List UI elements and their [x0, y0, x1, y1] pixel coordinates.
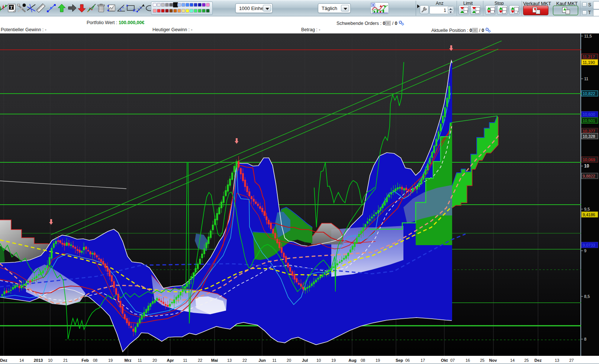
svg-text:10,377: 10,377 [583, 129, 595, 133]
svg-text:13: 13 [555, 358, 559, 363]
svg-text:19: 19 [108, 358, 113, 363]
svg-text:Sep: Sep [396, 358, 403, 363]
svg-text:19: 19 [331, 358, 336, 363]
svg-text:10: 10 [48, 358, 52, 363]
svg-text:9: 9 [584, 248, 586, 253]
svg-text:8,5: 8,5 [584, 294, 590, 299]
svg-text:Okt: Okt [441, 358, 448, 363]
svg-text:11,190: 11,190 [583, 60, 595, 65]
svg-text:11,5: 11,5 [584, 34, 592, 38]
svg-text:13: 13 [227, 358, 232, 363]
svg-text:17: 17 [421, 358, 425, 363]
svg-text:11,217: 11,217 [583, 55, 595, 59]
svg-text:11: 11 [584, 77, 588, 81]
svg-text:α: α [122, 5, 124, 9]
svg-text:10,822: 10,822 [583, 91, 595, 96]
svg-text:08: 08 [93, 358, 97, 363]
svg-text:08: 08 [361, 358, 365, 363]
svg-text:20: 20 [152, 358, 157, 363]
svg-text:9,8822: 9,8822 [583, 174, 595, 178]
svg-text:2013: 2013 [34, 358, 43, 363]
svg-text:Nov: Nov [489, 358, 497, 363]
svg-text:25: 25 [480, 358, 484, 363]
svg-text:11: 11 [138, 358, 142, 363]
svg-text:10,600: 10,600 [583, 112, 595, 117]
svg-text:22: 22 [242, 358, 247, 363]
svg-text:9,4186: 9,4186 [583, 212, 595, 217]
svg-text:21: 21 [63, 358, 68, 363]
svg-text:8: 8 [584, 337, 586, 341]
svg-text:11: 11 [183, 358, 187, 363]
svg-text:11: 11 [272, 358, 276, 363]
svg-text:16: 16 [466, 358, 470, 363]
svg-text:Mai: Mai [211, 358, 218, 363]
svg-text:10: 10 [584, 163, 589, 169]
svg-text:Feb: Feb [81, 358, 89, 363]
svg-text:10,328: 10,328 [583, 134, 595, 139]
svg-text:07: 07 [450, 358, 455, 363]
svg-text:27: 27 [569, 358, 574, 363]
svg-text:9,5: 9,5 [584, 207, 590, 211]
svg-text:Dez: Dez [534, 358, 542, 363]
svg-text:Aug: Aug [348, 358, 356, 363]
svg-text:Jun: Jun [258, 358, 266, 363]
svg-text:10,501: 10,501 [583, 118, 595, 123]
svg-text:22: 22 [198, 358, 202, 363]
svg-text:T: T [10, 5, 13, 10]
svg-text:06: 06 [405, 358, 410, 363]
svg-text:20: 20 [287, 358, 291, 363]
svg-text:19: 19 [376, 358, 380, 363]
svg-text:Dez: Dez [0, 358, 7, 363]
svg-text:10,069: 10,069 [583, 157, 595, 162]
svg-text:14: 14 [19, 358, 24, 363]
svg-text:Jul: Jul [302, 358, 308, 363]
svg-text:10: 10 [316, 358, 321, 363]
svg-text:9,0733: 9,0733 [583, 243, 595, 247]
svg-text:25: 25 [524, 358, 529, 363]
svg-text:Apr: Apr [167, 358, 174, 363]
svg-text:Mrz: Mrz [125, 358, 132, 363]
svg-text:14: 14 [510, 358, 515, 363]
